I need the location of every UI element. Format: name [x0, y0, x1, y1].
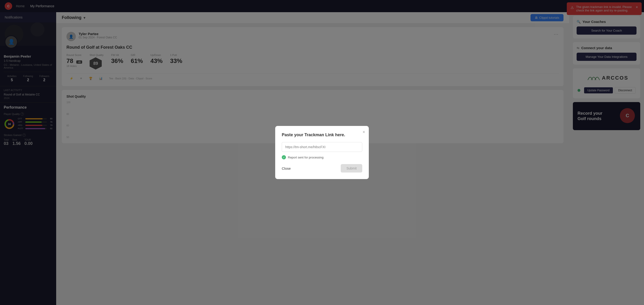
trackman-modal: Paste your Trackman Link here. × ✓ Repor…	[275, 126, 369, 179]
modal-overlay: Paste your Trackman Link here. × ✓ Repor…	[0, 0, 644, 305]
success-check-icon: ✓	[282, 155, 286, 160]
modal-footer: Close Submit	[282, 164, 362, 172]
modal-submit-button[interactable]: Submit	[341, 164, 362, 172]
modal-close-x-button[interactable]: ×	[362, 130, 365, 134]
modal-title: Paste your Trackman Link here.	[282, 132, 362, 138]
trackman-link-input[interactable]	[282, 142, 362, 152]
modal-success-message: ✓ Report sent for processing	[282, 155, 362, 160]
modal-close-button[interactable]: Close	[282, 166, 291, 170]
